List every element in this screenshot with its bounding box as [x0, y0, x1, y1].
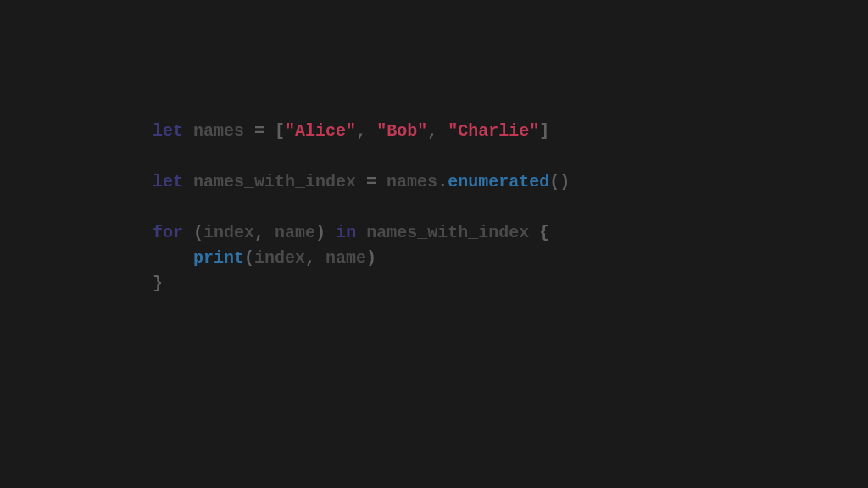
identifier: name: [326, 248, 366, 268]
brace-close: }: [153, 274, 163, 293]
identifier: name: [275, 223, 315, 242]
equals: =: [366, 172, 376, 191]
parens: (): [549, 172, 570, 191]
string-literal: "Bob": [376, 121, 427, 141]
comma: ,: [305, 248, 315, 268]
space: [356, 172, 366, 191]
comma: ,: [254, 223, 264, 242]
paren-close: ): [366, 248, 376, 268]
method-call: enumerated: [448, 172, 549, 191]
space: [437, 121, 448, 141]
space: [315, 248, 326, 268]
identifier: names_with_index: [193, 172, 356, 191]
dot: .: [437, 172, 448, 191]
keyword-let: let: [153, 172, 183, 191]
identifier: names: [193, 121, 244, 141]
brace-open: {: [539, 223, 549, 242]
space: [183, 121, 193, 141]
identifier: names_with_index: [366, 223, 529, 242]
code-block: let names = ["Alice", "Bob", "Charlie"]l…: [153, 119, 570, 297]
identifier: names: [387, 172, 437, 191]
space: [376, 172, 387, 191]
identifier: index: [254, 248, 305, 268]
equals: =: [254, 121, 264, 141]
keyword-let: let: [153, 121, 183, 141]
keyword-in: in: [336, 223, 356, 242]
space: [183, 172, 193, 191]
space: [264, 121, 275, 141]
space: [366, 121, 376, 141]
comma: ,: [356, 121, 366, 141]
space: [244, 121, 254, 141]
bracket-close: ]: [539, 121, 549, 141]
string-literal: "Charlie": [448, 121, 539, 141]
space: [529, 223, 539, 242]
paren-open: (: [244, 248, 254, 268]
keyword-for: for: [153, 223, 183, 242]
identifier: index: [203, 223, 254, 242]
space: [356, 223, 366, 242]
indent: [153, 248, 193, 268]
space: [264, 223, 275, 242]
space: [326, 223, 336, 242]
paren-open: (: [193, 223, 203, 242]
comma: ,: [427, 121, 437, 141]
function-call: print: [193, 248, 244, 268]
bracket-open: [: [275, 121, 285, 141]
string-literal: "Alice": [285, 121, 356, 141]
paren-close: ): [315, 223, 326, 242]
space: [183, 223, 193, 242]
